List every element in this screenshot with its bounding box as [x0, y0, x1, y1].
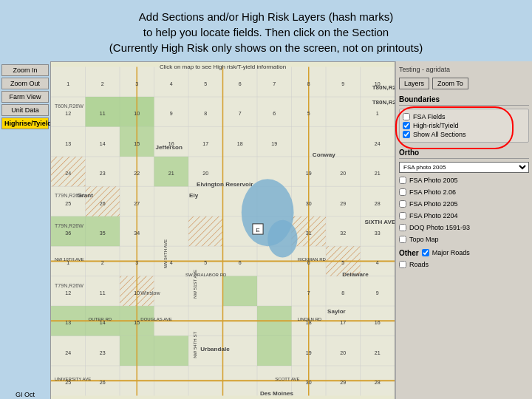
svg-text:6: 6	[239, 81, 242, 86]
svg-text:35: 35	[100, 231, 106, 236]
svg-text:29: 29	[340, 380, 346, 385]
unit-data-button[interactable]: Unit Data	[1, 104, 49, 116]
farm-view-button[interactable]: Farm View	[1, 91, 49, 103]
zoom-out-button[interactable]: Zoom Out	[1, 78, 49, 89]
main-area: Zoom In Zoom Out Farm View Unit Data Hig…	[0, 61, 532, 399]
svg-text:10: 10	[134, 111, 140, 116]
svg-text:21: 21	[375, 171, 381, 176]
svg-rect-25	[120, 336, 188, 366]
svg-text:UNIVERSITY AVE: UNIVERSITY AVE	[55, 377, 91, 381]
svg-text:9: 9	[376, 290, 379, 296]
left-sidebar: Zoom In Zoom Out Farm View Unit Data Hig…	[0, 61, 50, 399]
layers-button[interactable]: Layers	[399, 78, 429, 89]
svg-text:OUTER RD: OUTER RD	[89, 317, 112, 321]
map-top-label: Click on map to see High risk/T-yield in…	[160, 64, 286, 70]
svg-text:7: 7	[307, 290, 310, 296]
svg-text:12: 12	[65, 290, 71, 296]
svg-text:T79N,R26W: T79N,R26W	[55, 223, 83, 228]
svg-text:Delaware: Delaware	[342, 271, 369, 278]
svg-text:7: 7	[239, 111, 242, 116]
svg-text:SCOTT AVE: SCOTT AVE	[275, 377, 299, 381]
svg-text:9: 9	[170, 111, 173, 116]
svg-text:30: 30	[306, 201, 312, 206]
zoom-to-button[interactable]: Zoom To	[432, 78, 468, 89]
svg-text:4: 4	[170, 260, 173, 265]
svg-text:25: 25	[65, 201, 71, 206]
svg-text:22: 22	[134, 171, 140, 176]
topo-map-label: Topo Map	[409, 236, 439, 243]
fsa-photo-2005-checkbox[interactable]	[399, 177, 406, 184]
topo-map-checkbox[interactable]	[399, 236, 406, 243]
svg-text:33: 33	[375, 231, 381, 236]
svg-text:Winslow: Winslow	[140, 290, 160, 296]
svg-rect-23	[51, 216, 120, 246]
svg-text:11: 11	[100, 111, 106, 116]
doq-checkbox[interactable]	[399, 224, 406, 231]
svg-text:19: 19	[271, 141, 277, 146]
svg-text:21: 21	[375, 350, 381, 355]
ortho-dropdown[interactable]: FSA photo 2005 FSA Photo 2.06 FSA Photo …	[399, 162, 529, 173]
roads-checkbox[interactable]	[399, 261, 406, 268]
svg-text:LINDEN RD: LINDEN RD	[298, 317, 322, 321]
svg-text:DOUGLAS AVE: DOUGLAS AVE	[140, 317, 172, 321]
panel-buttons: Layers Zoom To	[399, 78, 529, 89]
svg-text:24: 24	[375, 141, 381, 146]
svg-text:1: 1	[376, 111, 379, 116]
highrise-tyield-label: High-risk/Tyield	[413, 122, 459, 129]
svg-text:29: 29	[340, 201, 346, 206]
highrise-tyield-checkbox[interactable]	[403, 122, 410, 129]
svg-text:4: 4	[170, 81, 173, 86]
zoom-in-button[interactable]: Zoom In	[1, 64, 49, 76]
svg-text:9: 9	[341, 81, 344, 86]
highrise-tyield-button[interactable]: Highrise/Tyield	[1, 117, 49, 129]
other-label: Other	[399, 249, 419, 257]
svg-text:34: 34	[134, 231, 140, 236]
svg-text:NW 54TH ST: NW 54TH ST	[193, 332, 197, 358]
svg-text:13: 13	[65, 141, 71, 146]
fsa-photo-2204-row: FSA Photo 2204	[399, 211, 529, 220]
svg-text:36: 36	[65, 231, 71, 236]
svg-text:3: 3	[135, 81, 138, 86]
svg-text:16: 16	[375, 320, 381, 325]
svg-text:24: 24	[65, 171, 71, 176]
svg-text:26: 26	[100, 380, 106, 385]
fsa-photo-206-label: FSA Photo 2.06	[409, 188, 456, 196]
header-line3: (Currently High Risk only shows on the s…	[15, 40, 517, 55]
svg-text:3: 3	[135, 260, 138, 265]
major-roads-row: Major Roads	[422, 248, 470, 257]
header: Add Sections and/or High Risk Layers (ha…	[0, 0, 532, 61]
svg-text:7: 7	[273, 81, 276, 86]
fsa-photo-206-checkbox[interactable]	[399, 188, 406, 196]
svg-text:Urbandale: Urbandale	[200, 346, 230, 352]
svg-text:8: 8	[341, 290, 344, 296]
fsa-photo-2205-label: FSA Photo 2205	[409, 200, 458, 208]
svg-text:6: 6	[239, 260, 242, 265]
svg-text:10: 10	[134, 290, 140, 296]
roads-label: Roads	[409, 261, 429, 268]
svg-text:23: 23	[100, 171, 106, 176]
svg-text:23: 23	[100, 350, 106, 355]
svg-text:T60N,R26W: T60N,R26W	[55, 103, 83, 109]
roads-row: Roads	[399, 260, 529, 269]
major-roads-checkbox[interactable]	[422, 249, 429, 256]
show-all-sections-label: Show All Sections	[413, 131, 466, 138]
fsa-photo-2205-checkbox[interactable]	[399, 200, 406, 208]
fsa-photo-2204-checkbox[interactable]	[399, 212, 406, 219]
highrise-tyield-row: High-risk/Tyield	[403, 121, 525, 130]
svg-text:1: 1	[66, 81, 69, 86]
fsa-photo-206-row: FSA Photo 2.06	[399, 188, 529, 197]
header-line2: to help you locate fields. Then click on…	[15, 24, 517, 40]
svg-text:28: 28	[375, 201, 381, 206]
svg-text:SW ORALABOR RD: SW ORALABOR RD	[185, 273, 227, 277]
svg-text:5: 5	[307, 111, 310, 116]
svg-text:T80N,R27W: T80N,R27W	[372, 84, 395, 91]
svg-point-36	[267, 220, 297, 258]
right-panel: Testing - agridata Layers Zoom To Bounda…	[395, 61, 532, 399]
map-container[interactable]: Click on map to see High risk/T-yield in…	[50, 61, 395, 399]
map-svg[interactable]: 123 456 78910 121110 987 651 131415 1617…	[51, 62, 395, 399]
svg-text:19: 19	[306, 171, 312, 176]
show-all-sections-checkbox[interactable]	[403, 131, 410, 138]
svg-text:20: 20	[340, 350, 346, 355]
fsa-fields-checkbox[interactable]	[403, 113, 410, 120]
svg-rect-31	[188, 216, 223, 246]
